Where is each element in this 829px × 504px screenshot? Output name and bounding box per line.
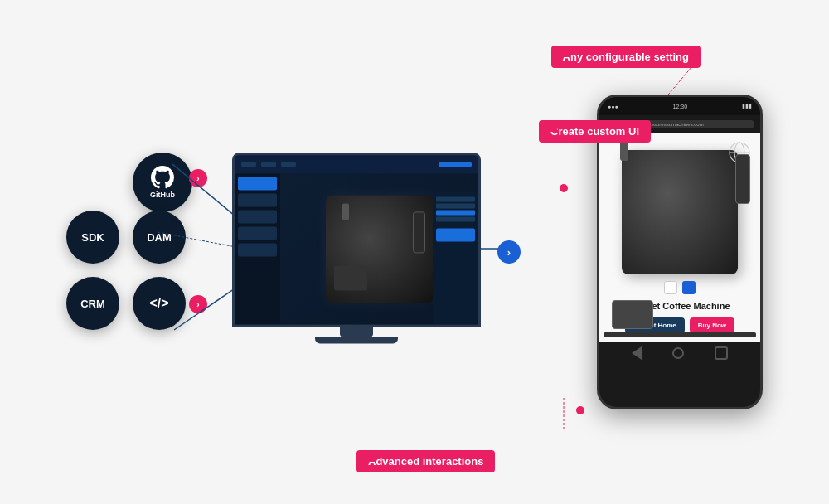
buy-now-button[interactable]: Buy Now (690, 317, 734, 333)
callout-advanced-interactions: Advanced interactions (356, 450, 495, 472)
phone-status-bar: ●●● 12:30 ▮▮▮ (599, 97, 760, 115)
swatch-white[interactable] (664, 281, 677, 294)
back-button[interactable] (632, 346, 642, 360)
dam-label: DAM (147, 231, 172, 244)
swatch-blue[interactable] (682, 281, 696, 294)
phone-bottom-bar (599, 342, 760, 365)
monitor-stand (340, 327, 373, 337)
integrations-cluster: GitHub SDK DAM CRM </> › › (50, 136, 216, 368)
github-label: GitHub (150, 191, 175, 199)
code-arrow[interactable]: › (189, 295, 207, 313)
home-button[interactable] (672, 347, 684, 359)
callout-any-setting: Any configurable setting (551, 46, 701, 68)
monitor-wrap (232, 153, 481, 343)
recents-button[interactable] (715, 346, 728, 360)
monitor-sidebar (235, 173, 280, 324)
monitor-bar-dot-3 (281, 162, 296, 167)
callout-any-setting-text: Any configurable setting (563, 51, 689, 63)
monitor (232, 153, 481, 327)
monitor-bar-dot-1 (241, 162, 256, 167)
code-node: </> (133, 277, 186, 330)
monitor-ui-bar (235, 155, 478, 173)
phone-color-swatches (664, 281, 696, 294)
code-label: </> (149, 296, 168, 311)
callout-custom-ui-dot (560, 184, 568, 192)
monitor-bar-dot-2 (261, 162, 276, 167)
main-scene: GitHub SDK DAM CRM </> › › (0, 0, 829, 504)
sdk-label: SDK (81, 231, 104, 244)
monitor-base (315, 337, 398, 343)
monitor-content (280, 173, 478, 324)
callout-custom-ui-text: Create custom UI (550, 125, 639, 138)
dam-node: DAM (133, 211, 186, 264)
sidebar-item-5 (238, 243, 277, 256)
monitor-screen (235, 155, 478, 324)
phone-signal: ●●● (608, 104, 618, 109)
callout-any-setting-dot (634, 120, 642, 128)
phone-time: 12:30 (673, 104, 688, 109)
phone-coffee-machine (622, 150, 738, 274)
github-arrow[interactable]: › (189, 169, 207, 187)
github-icon (151, 166, 174, 189)
sidebar-item-4 (238, 226, 277, 240)
sidebar-item-1 (238, 177, 277, 190)
phone-battery: ▮▮▮ (742, 103, 752, 109)
crm-label: CRM (80, 298, 105, 310)
sdk-node: SDK (66, 211, 119, 264)
sidebar-item-3 (238, 210, 277, 223)
sidebar-item-2 (238, 193, 277, 206)
monitor-bar-action (439, 162, 472, 167)
monitor-to-phone-arrow[interactable]: › (497, 240, 521, 264)
monitor-coffee-machine (326, 195, 434, 303)
crm-node: CRM (66, 277, 119, 330)
callout-advanced-text: Advanced interactions (368, 455, 483, 468)
phone-product-area: Rocket Coffee Machine View at Home Buy N… (599, 133, 760, 342)
callout-advanced-dot (576, 406, 584, 414)
github-node: GitHub (133, 153, 192, 212)
